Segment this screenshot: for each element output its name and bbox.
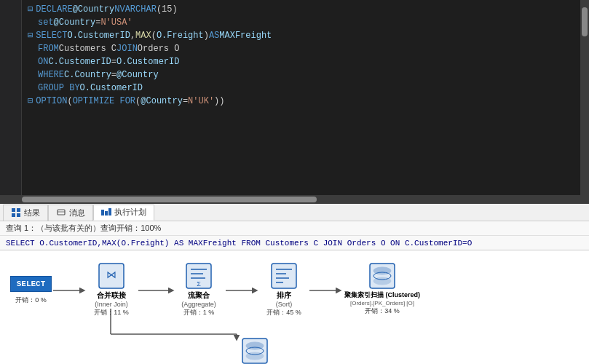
query-info-text: 查询 1：（与该批有关的）查询开销：100% <box>6 223 161 234</box>
select-label: SELECT <box>17 280 46 288</box>
line-num <box>12 42 17 55</box>
svg-point-35 <box>246 352 264 360</box>
sql-preview-bar: SELECT O.CustomerID,MAX(O.Freight) AS MA… <box>0 236 589 250</box>
code-line-8: ⊟ OPTION ( OPTIMIZE FOR ( @Country = N'U… <box>28 95 574 108</box>
svg-rect-6 <box>101 210 104 215</box>
clustered-scan-customers-node: 聚集索引扫描 (Clustered) [Customers].[PK_Custo… <box>211 336 299 364</box>
code-line-1: ⊟ DECLARE @Country NVARCHAR (15) <box>28 3 574 16</box>
select-box: SELECT <box>10 276 52 292</box>
aggregate-cost: 开销：1 % <box>183 308 215 317</box>
line-gutter <box>0 0 22 195</box>
aggregate-icon: Σ <box>184 261 213 290</box>
code-line-2: set @Country = N'USA' <box>28 16 574 29</box>
tab-results-label: 结果 <box>24 207 40 218</box>
clustered-scan-orders-cost: 开销：34 % <box>365 306 400 316</box>
tab-results[interactable]: 结果 <box>3 205 48 221</box>
aggregate-node: Σ 流聚合 (Aggregate) 开销：1 % <box>170 261 228 317</box>
scrollbar-thumb[interactable] <box>582 7 588 36</box>
svg-rect-7 <box>105 211 108 215</box>
code-line-6: WHERE C.Country = @Country <box>28 68 574 82</box>
sort-cost: 开销：45 % <box>266 308 301 317</box>
fold-icon-1[interactable]: ⊟ <box>28 3 33 16</box>
sort-icon <box>269 261 299 290</box>
line-num <box>12 68 17 82</box>
code-editor[interactable]: ⊟ DECLARE @Country NVARCHAR (15) set @Co… <box>22 0 580 195</box>
svg-rect-23 <box>272 264 296 288</box>
merge-join-node: ⋈ 合并联接 (Inner Join) 开销：11 % <box>82 261 141 317</box>
clustered-scan-orders-sublabel: [Orders].[PK_Orders] [O] <box>350 300 414 306</box>
aggregate-label: 流聚合 <box>188 290 210 301</box>
svg-rect-2 <box>12 213 15 217</box>
clustered-scan-orders-icon <box>368 261 397 290</box>
merge-join-icon: ⋈ <box>97 261 126 290</box>
editor-area: ⊟ DECLARE @Country NVARCHAR (15) set @Co… <box>0 0 589 195</box>
code-line-3: ⊟ SELECT O.CustomerID , MAX ( O.Freight … <box>28 29 574 42</box>
grid-icon <box>11 207 21 218</box>
select-cost: 开销：0 % <box>15 296 47 305</box>
svg-rect-8 <box>108 208 111 215</box>
message-icon <box>56 207 66 218</box>
tabs-bar: 结果 消息 执行计划 <box>0 204 589 221</box>
fold-icon-3[interactable]: ⊟ <box>28 29 33 42</box>
svg-rect-0 <box>12 208 15 212</box>
merge-join-label: 合并联接 <box>97 290 126 301</box>
plan-diagram: SELECT 开销：0 % ⋈ 合并联接 (Inner Join) 开销：11 … <box>4 258 585 364</box>
code-line-4: FROM Customers C JOIN Orders O <box>28 42 574 55</box>
svg-rect-3 <box>17 213 20 217</box>
clustered-scan-orders-node: 聚集索引扫描 (Clustered) [Orders].[PK_Orders] … <box>339 261 426 316</box>
sql-preview-text: SELECT O.CustomerID,MAX(O.Freight) AS MA… <box>6 239 472 248</box>
line-num <box>12 29 17 42</box>
line-num <box>12 3 17 16</box>
tab-messages-label: 消息 <box>69 207 85 218</box>
query-info-bar: 查询 1：（与该批有关的）查询开销：100% <box>0 221 589 236</box>
svg-text:⋈: ⋈ <box>106 269 116 280</box>
fold-icon-8[interactable]: ⊟ <box>28 95 33 108</box>
line-num <box>12 82 17 95</box>
sort-sublabel: (Sort) <box>276 301 293 308</box>
svg-text:Σ: Σ <box>197 280 201 288</box>
code-line-5: ON C.CustomerID = O.CustomerID <box>28 55 574 68</box>
aggregate-sublabel: (Aggregate) <box>181 301 216 308</box>
line-num <box>12 55 17 68</box>
tab-execution-plan[interactable]: 执行计划 <box>93 205 154 221</box>
vertical-scrollbar[interactable] <box>580 0 589 195</box>
horizontal-scrollbar[interactable] <box>0 195 589 204</box>
svg-point-31 <box>373 277 391 285</box>
merge-join-sublabel: (Inner Join) <box>95 301 128 308</box>
plan-icon <box>101 207 111 218</box>
sort-node: 排序 (Sort) 开销：45 % <box>255 261 313 317</box>
clustered-scan-orders-label: 聚集索引扫描 (Clustered) <box>344 290 420 300</box>
clustered-scan-customers-icon <box>240 336 269 364</box>
merge-join-cost: 开销：11 % <box>94 308 129 317</box>
line-num <box>12 16 17 29</box>
svg-rect-1 <box>17 208 20 212</box>
tab-plan-label: 执行计划 <box>114 207 146 218</box>
bottom-panel: 结果 消息 执行计划 查询 1：（与该批 <box>0 204 589 364</box>
svg-rect-4 <box>58 210 65 215</box>
line-num <box>12 95 17 108</box>
sort-label: 排序 <box>277 290 291 301</box>
select-node: SELECT 开销：0 % <box>7 276 55 305</box>
exec-plan-area: SELECT 开销：0 % ⋈ 合并联接 (Inner Join) 开销：11 … <box>0 250 589 364</box>
code-line-7: GROUP BY O.CustomerID <box>28 82 574 95</box>
tab-messages[interactable]: 消息 <box>48 205 93 221</box>
h-scrollbar-thumb[interactable] <box>22 197 317 202</box>
